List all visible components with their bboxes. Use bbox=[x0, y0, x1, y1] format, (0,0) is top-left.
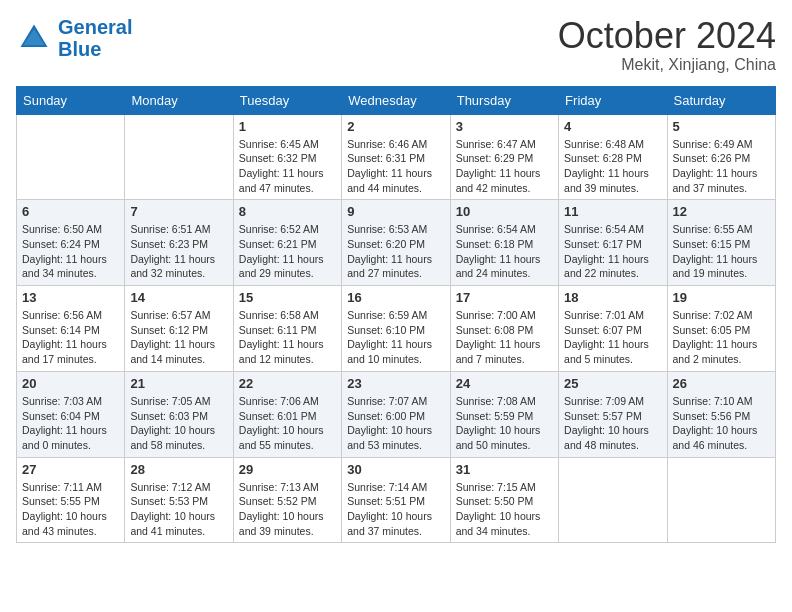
logo-text: General Blue bbox=[58, 16, 132, 60]
day-number: 22 bbox=[239, 376, 336, 391]
day-number: 23 bbox=[347, 376, 444, 391]
calendar-cell: 23Sunrise: 7:07 AMSunset: 6:00 PMDayligh… bbox=[342, 371, 450, 457]
day-info: Sunrise: 6:55 AMSunset: 6:15 PMDaylight:… bbox=[673, 222, 770, 281]
day-info: Sunrise: 6:53 AMSunset: 6:20 PMDaylight:… bbox=[347, 222, 444, 281]
calendar-week-row: 27Sunrise: 7:11 AMSunset: 5:55 PMDayligh… bbox=[17, 457, 776, 543]
day-number: 20 bbox=[22, 376, 119, 391]
day-number: 30 bbox=[347, 462, 444, 477]
page-header: General Blue October 2024 Mekit, Xinjian… bbox=[16, 16, 776, 74]
calendar-week-row: 13Sunrise: 6:56 AMSunset: 6:14 PMDayligh… bbox=[17, 286, 776, 372]
calendar-cell: 16Sunrise: 6:59 AMSunset: 6:10 PMDayligh… bbox=[342, 286, 450, 372]
day-info: Sunrise: 6:50 AMSunset: 6:24 PMDaylight:… bbox=[22, 222, 119, 281]
logo: General Blue bbox=[16, 16, 132, 60]
logo-icon bbox=[16, 20, 52, 56]
day-number: 2 bbox=[347, 119, 444, 134]
day-info: Sunrise: 7:14 AMSunset: 5:51 PMDaylight:… bbox=[347, 480, 444, 539]
day-number: 17 bbox=[456, 290, 553, 305]
day-info: Sunrise: 7:05 AMSunset: 6:03 PMDaylight:… bbox=[130, 394, 227, 453]
day-info: Sunrise: 6:54 AMSunset: 6:18 PMDaylight:… bbox=[456, 222, 553, 281]
day-info: Sunrise: 7:11 AMSunset: 5:55 PMDaylight:… bbox=[22, 480, 119, 539]
day-number: 31 bbox=[456, 462, 553, 477]
calendar-cell: 7Sunrise: 6:51 AMSunset: 6:23 PMDaylight… bbox=[125, 200, 233, 286]
day-number: 19 bbox=[673, 290, 770, 305]
day-number: 13 bbox=[22, 290, 119, 305]
calendar-week-row: 6Sunrise: 6:50 AMSunset: 6:24 PMDaylight… bbox=[17, 200, 776, 286]
day-number: 26 bbox=[673, 376, 770, 391]
day-info: Sunrise: 7:06 AMSunset: 6:01 PMDaylight:… bbox=[239, 394, 336, 453]
calendar-cell bbox=[17, 114, 125, 200]
day-number: 27 bbox=[22, 462, 119, 477]
day-number: 29 bbox=[239, 462, 336, 477]
day-info: Sunrise: 6:47 AMSunset: 6:29 PMDaylight:… bbox=[456, 137, 553, 196]
calendar-cell: 2Sunrise: 6:46 AMSunset: 6:31 PMDaylight… bbox=[342, 114, 450, 200]
day-of-week-header: Wednesday bbox=[342, 86, 450, 114]
day-info: Sunrise: 7:02 AMSunset: 6:05 PMDaylight:… bbox=[673, 308, 770, 367]
day-of-week-header: Monday bbox=[125, 86, 233, 114]
day-info: Sunrise: 6:54 AMSunset: 6:17 PMDaylight:… bbox=[564, 222, 661, 281]
calendar-cell: 9Sunrise: 6:53 AMSunset: 6:20 PMDaylight… bbox=[342, 200, 450, 286]
day-info: Sunrise: 7:09 AMSunset: 5:57 PMDaylight:… bbox=[564, 394, 661, 453]
day-info: Sunrise: 7:03 AMSunset: 6:04 PMDaylight:… bbox=[22, 394, 119, 453]
calendar-cell: 22Sunrise: 7:06 AMSunset: 6:01 PMDayligh… bbox=[233, 371, 341, 457]
day-info: Sunrise: 6:48 AMSunset: 6:28 PMDaylight:… bbox=[564, 137, 661, 196]
day-number: 14 bbox=[130, 290, 227, 305]
day-info: Sunrise: 7:10 AMSunset: 5:56 PMDaylight:… bbox=[673, 394, 770, 453]
day-info: Sunrise: 7:12 AMSunset: 5:53 PMDaylight:… bbox=[130, 480, 227, 539]
day-number: 18 bbox=[564, 290, 661, 305]
day-info: Sunrise: 6:51 AMSunset: 6:23 PMDaylight:… bbox=[130, 222, 227, 281]
day-info: Sunrise: 6:45 AMSunset: 6:32 PMDaylight:… bbox=[239, 137, 336, 196]
day-info: Sunrise: 6:59 AMSunset: 6:10 PMDaylight:… bbox=[347, 308, 444, 367]
calendar-cell: 13Sunrise: 6:56 AMSunset: 6:14 PMDayligh… bbox=[17, 286, 125, 372]
calendar-cell: 26Sunrise: 7:10 AMSunset: 5:56 PMDayligh… bbox=[667, 371, 775, 457]
day-number: 3 bbox=[456, 119, 553, 134]
calendar-cell: 17Sunrise: 7:00 AMSunset: 6:08 PMDayligh… bbox=[450, 286, 558, 372]
day-info: Sunrise: 6:52 AMSunset: 6:21 PMDaylight:… bbox=[239, 222, 336, 281]
day-info: Sunrise: 6:49 AMSunset: 6:26 PMDaylight:… bbox=[673, 137, 770, 196]
calendar-cell: 21Sunrise: 7:05 AMSunset: 6:03 PMDayligh… bbox=[125, 371, 233, 457]
day-info: Sunrise: 7:08 AMSunset: 5:59 PMDaylight:… bbox=[456, 394, 553, 453]
day-number: 1 bbox=[239, 119, 336, 134]
calendar-cell bbox=[125, 114, 233, 200]
day-number: 9 bbox=[347, 204, 444, 219]
calendar-cell: 30Sunrise: 7:14 AMSunset: 5:51 PMDayligh… bbox=[342, 457, 450, 543]
calendar-week-row: 1Sunrise: 6:45 AMSunset: 6:32 PMDaylight… bbox=[17, 114, 776, 200]
calendar-cell bbox=[559, 457, 667, 543]
day-of-week-header: Friday bbox=[559, 86, 667, 114]
calendar-cell: 25Sunrise: 7:09 AMSunset: 5:57 PMDayligh… bbox=[559, 371, 667, 457]
calendar-cell: 20Sunrise: 7:03 AMSunset: 6:04 PMDayligh… bbox=[17, 371, 125, 457]
day-number: 12 bbox=[673, 204, 770, 219]
calendar-cell bbox=[667, 457, 775, 543]
calendar-cell: 8Sunrise: 6:52 AMSunset: 6:21 PMDaylight… bbox=[233, 200, 341, 286]
day-number: 24 bbox=[456, 376, 553, 391]
title-block: October 2024 Mekit, Xinjiang, China bbox=[558, 16, 776, 74]
calendar-cell: 5Sunrise: 6:49 AMSunset: 6:26 PMDaylight… bbox=[667, 114, 775, 200]
calendar-cell: 15Sunrise: 6:58 AMSunset: 6:11 PMDayligh… bbox=[233, 286, 341, 372]
calendar-cell: 31Sunrise: 7:15 AMSunset: 5:50 PMDayligh… bbox=[450, 457, 558, 543]
calendar-cell: 12Sunrise: 6:55 AMSunset: 6:15 PMDayligh… bbox=[667, 200, 775, 286]
calendar-cell: 10Sunrise: 6:54 AMSunset: 6:18 PMDayligh… bbox=[450, 200, 558, 286]
calendar-table: SundayMondayTuesdayWednesdayThursdayFrid… bbox=[16, 86, 776, 544]
day-number: 5 bbox=[673, 119, 770, 134]
day-number: 21 bbox=[130, 376, 227, 391]
calendar-cell: 28Sunrise: 7:12 AMSunset: 5:53 PMDayligh… bbox=[125, 457, 233, 543]
day-info: Sunrise: 7:13 AMSunset: 5:52 PMDaylight:… bbox=[239, 480, 336, 539]
day-number: 4 bbox=[564, 119, 661, 134]
day-info: Sunrise: 7:07 AMSunset: 6:00 PMDaylight:… bbox=[347, 394, 444, 453]
calendar-cell: 14Sunrise: 6:57 AMSunset: 6:12 PMDayligh… bbox=[125, 286, 233, 372]
day-number: 11 bbox=[564, 204, 661, 219]
calendar-cell: 4Sunrise: 6:48 AMSunset: 6:28 PMDaylight… bbox=[559, 114, 667, 200]
day-of-week-header: Saturday bbox=[667, 86, 775, 114]
day-info: Sunrise: 7:00 AMSunset: 6:08 PMDaylight:… bbox=[456, 308, 553, 367]
day-number: 10 bbox=[456, 204, 553, 219]
day-number: 25 bbox=[564, 376, 661, 391]
day-info: Sunrise: 6:46 AMSunset: 6:31 PMDaylight:… bbox=[347, 137, 444, 196]
day-info: Sunrise: 7:15 AMSunset: 5:50 PMDaylight:… bbox=[456, 480, 553, 539]
calendar-cell: 18Sunrise: 7:01 AMSunset: 6:07 PMDayligh… bbox=[559, 286, 667, 372]
day-info: Sunrise: 6:56 AMSunset: 6:14 PMDaylight:… bbox=[22, 308, 119, 367]
calendar-header: SundayMondayTuesdayWednesdayThursdayFrid… bbox=[17, 86, 776, 114]
day-info: Sunrise: 6:58 AMSunset: 6:11 PMDaylight:… bbox=[239, 308, 336, 367]
calendar-cell: 19Sunrise: 7:02 AMSunset: 6:05 PMDayligh… bbox=[667, 286, 775, 372]
day-number: 28 bbox=[130, 462, 227, 477]
month-title: October 2024 bbox=[558, 16, 776, 56]
location: Mekit, Xinjiang, China bbox=[558, 56, 776, 74]
